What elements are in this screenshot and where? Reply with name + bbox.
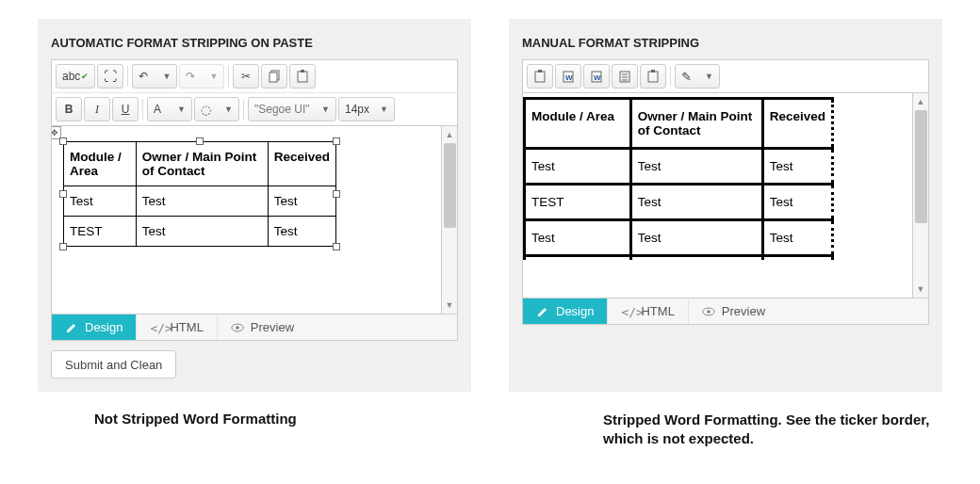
undo-split-button[interactable]: ↶▼ [132,64,177,89]
editor-toolbar: W W ✎▼ [522,59,929,93]
td[interactable]: Test [762,185,832,220]
scissors-icon: ✂ [241,70,251,83]
tab-label: HTML [170,320,203,334]
page-root: AUTOMATIC FORMAT STRIPPING ON PASTE abc✔… [0,0,980,392]
th-received[interactable]: Received [268,142,335,186]
td[interactable]: Test [630,149,762,185]
paste-word-button[interactable]: W [555,64,581,89]
cut-button[interactable]: ✂ [233,64,259,89]
td[interactable]: Test [525,149,631,185]
redo-icon: ↷ [186,70,195,83]
editor-toolbar: abc✔ ⛶ ↶▼ ↷▼ ✂ B [51,59,458,126]
spellcheck-label: abc [62,70,80,83]
td[interactable]: Test [136,217,268,247]
resize-handle-se[interactable] [333,243,340,250]
editor-content-area[interactable]: ✥ Module / Area Owner / Main Point of Co… [51,126,442,315]
drop-icon: ◌ [201,103,211,117]
font-family-select[interactable]: "Segoe UI"▼ [248,97,336,121]
resize-handle-w[interactable] [59,190,67,198]
th-module[interactable]: Module / Area [525,99,631,149]
code-icon: </> [621,305,634,318]
check-icon: ✔ [81,72,89,81]
resize-handle-n[interactable] [196,137,204,145]
italic-button[interactable]: I [84,97,110,121]
td[interactable]: TEST [64,217,137,247]
paste-html-button[interactable] [640,64,666,89]
th-received[interactable]: Received [762,99,832,149]
toolbar-row-1: W W ✎▼ [523,60,928,92]
td[interactable]: Test [630,220,762,256]
copy-button[interactable] [261,64,287,89]
scroll-down-arrow[interactable]: ▼ [442,298,457,312]
font-size-value: 14px [345,103,369,116]
backcolor-split-button[interactable]: ◌▼ [194,97,239,121]
caret-icon: ▼ [224,105,233,114]
underline-button[interactable]: U [112,97,139,121]
td[interactable]: Test [525,220,631,256]
td[interactable]: Test [762,220,832,256]
th-owner[interactable]: Owner / Main Point of Contact [136,142,268,186]
td[interactable]: Test [762,149,832,185]
editor-content-area[interactable]: Module / Area Owner / Main Point of Cont… [522,93,913,298]
panel-manual: MANUAL FORMAT STRIPPING W W [509,19,942,392]
eye-icon [231,321,244,334]
submit-and-clean-button[interactable]: Submit and Clean [51,350,176,379]
td[interactable]: Test [268,217,335,247]
paste-word-clean-button[interactable]: W [583,64,610,89]
scroll-up-arrow[interactable]: ▲ [913,95,928,108]
spellcheck-button[interactable]: abc✔ [56,64,95,89]
table-row-partial [525,256,833,260]
td[interactable]: Test [630,185,762,220]
table-row: Test Test Test [64,186,336,217]
svg-rect-17 [651,70,655,73]
paste-plain-button[interactable] [527,64,553,89]
forecolor-split-button[interactable]: A▼ [147,97,192,121]
tab-preview[interactable]: Preview [689,298,778,324]
toolbar-row-2: B I U A▼ ◌▼ "Segoe UI"▼ 14px▼ [52,93,457,125]
svg-text:W: W [565,73,573,82]
resize-handle-ne[interactable] [333,137,340,145]
svg-point-19 [707,310,710,314]
content-table-thick[interactable]: Module / Area Owner / Main Point of Cont… [523,97,834,260]
th-module[interactable]: Module / Area [64,142,137,186]
svg-rect-16 [648,72,658,82]
toolbar-separator [228,66,229,87]
toolbar-separator [142,99,143,120]
editor-scrollbar[interactable]: ▲ ▼ [442,126,458,315]
resize-handle-nw[interactable] [59,137,67,145]
content-table-thin[interactable]: Module / Area Owner / Main Point of Cont… [63,141,336,247]
td[interactable]: TEST [525,185,631,220]
paste-formatted-button[interactable] [612,64,638,89]
table-row: Test Test Test [525,220,833,256]
scroll-down-arrow[interactable]: ▼ [913,282,928,296]
tab-design[interactable]: Design [52,315,137,340]
resize-handle-e[interactable] [333,190,340,198]
td[interactable]: Test [136,186,268,217]
tab-label: Design [85,320,122,334]
table-row: Test Test Test [525,149,833,185]
tab-html[interactable]: </> HTML [137,315,217,340]
scroll-thumb[interactable] [444,143,456,228]
clipboard-icon [534,70,546,83]
scroll-up-arrow[interactable]: ▲ [442,128,457,141]
tab-preview[interactable]: Preview [218,315,307,340]
bold-button[interactable]: B [56,97,82,121]
tab-design[interactable]: Design [523,298,608,324]
resize-handle-sw[interactable] [59,243,67,250]
paste-button[interactable] [289,64,316,89]
svg-text:W: W [594,73,601,82]
tab-html[interactable]: </> HTML [608,298,688,324]
td[interactable]: Test [268,186,335,217]
find-button[interactable]: ⛶ [97,64,123,89]
th-owner[interactable]: Owner / Main Point of Contact [630,99,762,149]
td[interactable]: Test [64,186,137,217]
scroll-thumb[interactable] [915,110,927,223]
clipboard-html-icon [647,70,659,83]
svg-rect-3 [301,70,304,73]
binoculars-icon: ⛶ [104,69,117,84]
format-stripper-split-button[interactable]: ✎▼ [675,64,720,89]
font-size-select[interactable]: 14px▼ [338,97,395,121]
editor-scrollbar[interactable]: ▲ ▼ [913,93,929,298]
redo-split-button[interactable]: ↷▼ [179,64,224,89]
toolbar-separator [670,66,671,87]
